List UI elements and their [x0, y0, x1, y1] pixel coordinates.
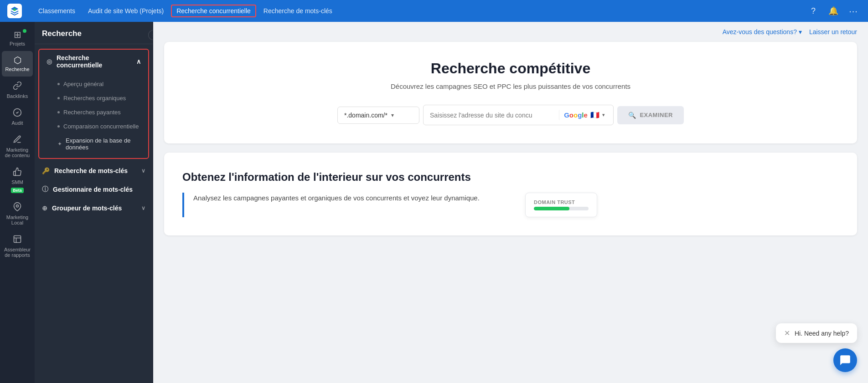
- recherche-label: Recherche: [5, 66, 29, 72]
- dot-icon: [57, 111, 60, 113]
- flag-icon: 🇫🇷: [590, 111, 599, 119]
- help-icon[interactable]: ?: [806, 4, 821, 18]
- info-title: Obtenez l'information de l'interieur sur…: [182, 171, 839, 184]
- sidebar-section-recherche-concurrentielle[interactable]: ◎ Recherche concurrentielle ∧: [39, 50, 148, 73]
- sub-item-label: Recherches organiques: [63, 95, 126, 102]
- info-card-content: Analysez les campagnes payantes et organ…: [182, 193, 839, 217]
- domain-select[interactable]: *.domain.com/* ▾: [337, 107, 419, 124]
- more-icon[interactable]: ···: [846, 4, 861, 18]
- smm-icon: [13, 167, 22, 178]
- dot-icon: [57, 125, 60, 128]
- sidebar-icons: ⊞ Projets ⬡ Recherche Backlinks: [0, 22, 35, 383]
- examiner-button[interactable]: 🔍 EXAMINER: [617, 106, 684, 124]
- nav-audit[interactable]: Audit de site Web (Projets): [83, 5, 169, 17]
- domain-trust-content: DOMAIN TRUST: [534, 199, 589, 210]
- feedback-text: Laisser un retour: [809, 28, 857, 36]
- logo[interactable]: [7, 4, 22, 18]
- search-input-wrapper: Google 🇫🇷 ▾: [423, 105, 614, 125]
- dot-icon: [57, 83, 60, 85]
- main-content: Avez-vous des questions? ▾ Laisser un re…: [153, 22, 868, 383]
- search-title: Recherche compétitive: [182, 60, 839, 77]
- section-label: Gestionnaire de mots-clés: [53, 186, 133, 193]
- green-dot: [23, 29, 26, 33]
- sub-item-comparaison[interactable]: Comparaison concurrentielle: [39, 119, 148, 133]
- top-nav-items: Classements Audit de site Web (Projets) …: [33, 5, 802, 17]
- logo-icon: [7, 4, 22, 18]
- chevron-down-icon: ∨: [141, 205, 145, 211]
- sub-item-label: Aperçu général: [63, 81, 103, 87]
- sidebar-item-marketing[interactable]: Marketing de contenu: [2, 130, 33, 163]
- feedback-link[interactable]: Laisser un retour: [809, 28, 857, 36]
- chevron-icon: ▾: [602, 112, 605, 118]
- section-label: Recherche de mots-clés: [54, 167, 128, 174]
- content-topbar: Avez-vous des questions? ▾ Laisser un re…: [153, 22, 868, 42]
- backlinks-label: Backlinks: [7, 93, 28, 99]
- nav-classements[interactable]: Classements: [33, 5, 81, 17]
- info-icon: ⓘ: [42, 185, 48, 194]
- marketing-local-icon: [13, 202, 22, 213]
- projets-icon: ⊞: [14, 30, 21, 39]
- main-layout: ⊞ Projets ⬡ Recherche Backlinks: [0, 22, 868, 383]
- sidebar-section-gestionnaire[interactable]: ⓘ Gestionnaire de mots-clés: [35, 180, 153, 199]
- svg-point-2: [16, 205, 19, 207]
- search-input[interactable]: [430, 112, 554, 119]
- smm-label: SMM: [11, 179, 23, 185]
- backlinks-icon: [13, 81, 22, 92]
- projets-label: Projets: [10, 41, 25, 46]
- search-icon: 🔍: [628, 112, 636, 119]
- sidebar-item-projets[interactable]: ⊞ Projets: [2, 26, 33, 51]
- sidebar-section-mots-cles[interactable]: 🔑 Recherche de mots-clés ∨: [35, 162, 153, 180]
- dot-icon: [57, 97, 60, 99]
- chat-popup: ✕ Hi. Need any help?: [776, 323, 857, 343]
- google-flag-button[interactable]: Google 🇫🇷 ▾: [559, 110, 607, 120]
- dropdown-arrow: ▾: [799, 28, 802, 36]
- svg-rect-3: [14, 236, 21, 243]
- nav-recherche-mots-cles[interactable]: Recherche de mots-clés: [258, 5, 338, 17]
- sub-item-label: Expansion de la base de données: [66, 137, 141, 151]
- key-icon: 🔑: [42, 167, 50, 174]
- sub-item-apercu[interactable]: Aperçu général: [39, 77, 148, 91]
- info-card-text: Analysez les campagnes payantes et organ…: [182, 193, 507, 217]
- sub-item-label: Recherches payantes: [63, 109, 121, 116]
- audit-icon: [13, 108, 22, 118]
- info-card-visual: DOMAIN TRUST: [525, 193, 839, 217]
- chat-close-button[interactable]: ✕: [784, 329, 790, 337]
- subsection-list: Aperçu général Recherches organiques Rec…: [39, 73, 148, 158]
- domain-value: *.domain.com/*: [344, 112, 388, 119]
- plus-icon: ⊕: [42, 204, 47, 212]
- audit-label: Audit: [11, 120, 23, 126]
- sidebar-item-assembleur[interactable]: Assembleur de rapports: [2, 230, 33, 262]
- sidebar-panel: Recherche › ◎ Recherche concurrentielle …: [35, 22, 153, 383]
- assembleur-icon: [13, 235, 22, 245]
- google-icon: Google: [564, 111, 588, 119]
- sub-item-payantes[interactable]: Recherches payantes: [39, 105, 148, 119]
- domain-trust-label: DOMAIN TRUST: [534, 199, 589, 205]
- sidebar-section-groupeur[interactable]: ⊕ Groupeur de mots-clés ∨: [35, 199, 153, 217]
- section-icon: ◎: [46, 58, 52, 65]
- recherche-icon: ⬡: [14, 56, 21, 65]
- sidebar-item-smm[interactable]: SMM Beta: [2, 163, 33, 198]
- chat-bubble-button[interactable]: [833, 348, 857, 372]
- sidebar-panel-title: Recherche: [35, 22, 153, 44]
- top-nav: Classements Audit de site Web (Projets) …: [0, 0, 868, 22]
- sidebar-item-audit[interactable]: Audit: [2, 103, 33, 130]
- beta-badge: Beta: [11, 188, 24, 193]
- sidebar-item-recherche[interactable]: ⬡ Recherche: [2, 51, 33, 77]
- expansion-icon: ✦: [57, 141, 62, 147]
- marketing-local-label: Marketing Local: [5, 214, 30, 225]
- sub-item-organiques[interactable]: Recherches organiques: [39, 91, 148, 105]
- sidebar-item-backlinks[interactable]: Backlinks: [2, 77, 33, 103]
- questions-link[interactable]: Avez-vous des questions? ▾: [723, 28, 802, 36]
- marketing-icon: [13, 135, 22, 145]
- bell-icon[interactable]: 🔔: [826, 4, 841, 18]
- nav-recherche-concurrentielle[interactable]: Recherche concurrentielle: [171, 5, 256, 17]
- search-card: Recherche compétitive Découvrez les camp…: [164, 42, 857, 143]
- section-label: Recherche concurrentielle: [57, 54, 136, 69]
- assembleur-label: Assembleur de rapports: [4, 247, 31, 258]
- sidebar-item-marketing-local[interactable]: Marketing Local: [2, 198, 33, 230]
- domain-trust-card: DOMAIN TRUST: [525, 193, 597, 217]
- top-nav-right: ? 🔔 ···: [806, 4, 861, 18]
- sub-item-expansion[interactable]: ✦ Expansion de la base de données: [39, 133, 148, 154]
- chevron-up-icon: ∧: [136, 58, 141, 65]
- marketing-label: Marketing de contenu: [5, 147, 30, 158]
